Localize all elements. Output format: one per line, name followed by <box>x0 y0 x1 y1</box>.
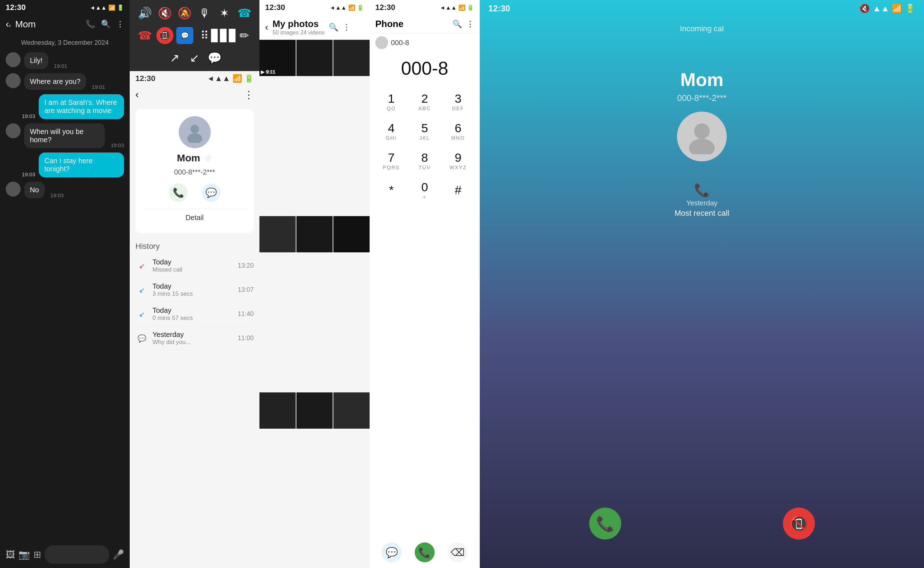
contact-name: Mom <box>177 153 200 164</box>
table-row: No 19:03 <box>6 181 124 198</box>
history-label: Today <box>152 282 234 290</box>
svg-point-3 <box>689 139 715 154</box>
received-call-icon: ↙ <box>135 284 148 296</box>
history-title: History <box>135 242 254 251</box>
incoming-avatar <box>677 112 727 162</box>
history-sub: Missed call <box>152 266 234 273</box>
detail-button[interactable]: Detail <box>142 209 247 226</box>
back-icon[interactable]: ‹ <box>265 22 268 33</box>
key-1[interactable]: 1 QO <box>375 88 407 116</box>
incoming-label: Incoming cal <box>680 24 724 33</box>
message-time: 19:03 <box>22 113 35 119</box>
list-item[interactable]: 💬 Yesterday Why did you... 11:00 <box>135 326 254 350</box>
incoming-status-icons: 🔇 ▲▲ 📶 🔋 <box>859 3 915 14</box>
mute2-icon: 🔕 <box>176 5 193 22</box>
photo-thumb[interactable] <box>333 40 370 76</box>
photo-thumb[interactable] <box>260 393 296 429</box>
more-icon[interactable]: ⋮ <box>343 23 350 32</box>
key-5[interactable]: 5 JKL <box>409 117 441 145</box>
message-time: 19:03 <box>110 142 124 148</box>
key-4[interactable]: 4 GHI <box>375 117 407 145</box>
list-item[interactable]: ↙ Today 3 mins 15 secs 13:07 <box>135 278 254 302</box>
end-call-icon[interactable]: 📵 <box>156 27 174 44</box>
decline-call-button[interactable]: 📵 <box>783 508 815 539</box>
photo-thumb[interactable] <box>296 393 333 429</box>
message-time: 19:01 <box>92 84 105 90</box>
incoming-recent-call: 📞 Yesterday Most recent call <box>675 183 729 218</box>
key-0[interactable]: 0 + <box>409 176 441 204</box>
more-icon[interactable]: ⋮ <box>116 20 124 29</box>
dialer-keypad: 1 QO 2 ABC 3 DEF 4 GHI 5 JKL 6 MNO 7 PQR… <box>370 85 480 207</box>
photos-subtitle: 50 images 24 videos <box>273 30 325 36</box>
photo-thumb[interactable] <box>260 216 296 252</box>
more-icon[interactable]: ⋮ <box>244 89 254 101</box>
history-time: 13:07 <box>238 286 254 294</box>
more-icon[interactable]: ⋮ <box>466 20 474 29</box>
message-time: 19:01 <box>54 63 68 69</box>
key-7[interactable]: 7 PQRS <box>375 147 407 175</box>
gallery-icon[interactable]: 🖼 <box>6 549 15 560</box>
history-section: History ↙ Today Missed call 13:20 ↙ Toda… <box>130 239 260 568</box>
key-6[interactable]: 6 MNO <box>442 117 474 145</box>
chat-messages: Lily! 19:01 Where are you? 19:01 19:03 I… <box>0 50 130 541</box>
avatar <box>6 52 21 67</box>
key-8[interactable]: 8 TUV <box>409 147 441 175</box>
chat-status-bar: 12:30 ◂ ▲▲ 📶 🔋 <box>0 0 130 15</box>
key-2[interactable]: 2 ABC <box>409 88 441 116</box>
photos-header-icons: 🔍 ⋮ <box>329 23 350 32</box>
key-hash[interactable]: # <box>442 176 474 204</box>
history-sub: Why did you... <box>152 339 234 346</box>
message-icon: 💬 <box>176 27 193 44</box>
mic-off-icon: 🎙 <box>196 5 213 22</box>
person-icon <box>184 122 205 143</box>
key-9[interactable]: 9 WXYZ <box>442 147 474 175</box>
chat-top-bar: ‹ Mom 📞 🔍 ⋮ <box>0 15 130 33</box>
photo-thumb[interactable] <box>296 40 333 76</box>
message-input[interactable] <box>45 545 109 564</box>
call-button[interactable]: 📞 <box>169 183 188 202</box>
message-bubble: Can I stay here tonight? <box>39 153 124 177</box>
share-icon: ↗ <box>166 50 183 66</box>
contact-number: 000-8***-2*** <box>174 168 215 176</box>
voice-icon[interactable]: 🎤 <box>113 549 124 560</box>
photos-status-icons: ◂ ▲▲ 📶 🔋 <box>331 3 364 12</box>
call-button[interactable]: 📞 <box>415 542 435 562</box>
volume-icon: 🔊 <box>136 5 154 22</box>
key-3[interactable]: 3 DEF <box>442 88 474 116</box>
list-item[interactable]: ↙ Today Missed call 13:20 <box>135 254 254 278</box>
sms-button[interactable]: 💬 <box>202 183 220 202</box>
photo-thumb[interactable] <box>333 393 370 429</box>
avatar <box>6 73 21 88</box>
message-bubble: I am at Sarah's. Where are watching a mo… <box>39 94 124 119</box>
apps-icon[interactable]: ⊞ <box>33 549 41 560</box>
photo-thumb[interactable] <box>296 216 333 252</box>
mute-icon: 🔇 <box>156 5 174 22</box>
back-icon[interactable]: ‹ <box>135 89 139 101</box>
key-star[interactable]: * <box>375 176 407 204</box>
accept-call-button[interactable]: 📞 <box>589 508 621 539</box>
incoming-status-bar: 12:30 🔇 ▲▲ 📶 🔋 <box>480 0 924 17</box>
back-icon[interactable]: ‹ <box>6 18 11 30</box>
chat-status-icons: ◂ ▲▲ 📶 🔋 <box>91 4 124 11</box>
contact-card: Mom ☆ 000-8***-2*** 📞 💬 Detail <box>135 109 254 233</box>
sms-button[interactable]: 💬 <box>382 542 402 562</box>
search-icon[interactable]: 🔍 <box>329 23 338 32</box>
chat-panel: 12:30 ◂ ▲▲ 📶 🔋 ‹ Mom 📞 🔍 ⋮ Wednesday, 3 … <box>0 0 130 568</box>
photo-thumb[interactable]: ▶ 9:11 <box>260 40 296 76</box>
photos-status-time: 12:30 <box>265 3 285 12</box>
search-icon[interactable]: 🔍 <box>101 20 110 29</box>
phone-icon[interactable]: 📞 <box>86 20 95 29</box>
history-info: Today Missed call <box>152 258 234 273</box>
star-icon[interactable]: ☆ <box>204 153 212 163</box>
svg-point-2 <box>694 123 710 139</box>
list-item[interactable]: ↙ Today 0 mins 57 secs 11:40 <box>135 302 254 326</box>
history-sub: 0 mins 57 secs <box>152 314 234 322</box>
camera-icon[interactable]: 📷 <box>18 549 30 560</box>
bars-icon: ▊▊▊ <box>216 27 233 44</box>
phone-icon: 📞 <box>694 183 710 198</box>
photo-thumb[interactable] <box>333 216 370 252</box>
contact-nav: ‹ ⋮ <box>130 86 260 103</box>
icon-grid: 🔊 🔇 🔕 🎙 ✶ ☎ ☎ 📵 💬 ⠿ ▊▊▊ ✏ ↗ ↙ 💬 <box>130 0 260 71</box>
search-icon[interactable]: 🔍 <box>452 20 462 29</box>
delete-button[interactable]: ⌫ <box>448 542 468 562</box>
